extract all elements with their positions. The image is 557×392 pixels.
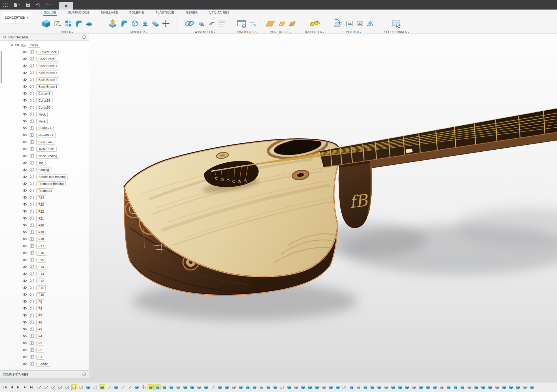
visibility-eye-icon[interactable] (23, 328, 27, 331)
timeline-solid-feature[interactable] (252, 384, 257, 390)
tree-item[interactable]: Neck Binding (0, 153, 89, 159)
tree-item-label[interactable]: F1 (36, 355, 44, 360)
tab-surfacique[interactable]: SURFACIQUE (67, 10, 90, 16)
tree-item[interactable]: F7 (0, 312, 89, 319)
decal-tool-icon[interactable] (346, 20, 353, 27)
visibility-eye-icon[interactable] (23, 196, 27, 199)
visibility-eye-icon[interactable] (23, 154, 27, 157)
visibility-eye-icon[interactable] (23, 120, 27, 123)
timeline-solid-feature[interactable] (224, 384, 230, 390)
tree-item-label[interactable]: Neck (36, 112, 48, 117)
timeline-operation-feature[interactable] (231, 384, 236, 390)
tree-item[interactable]: F4 (0, 333, 89, 340)
tree-item-label[interactable]: Back Brace 3 (36, 70, 59, 75)
timeline-solid-feature[interactable] (390, 384, 396, 390)
tree-item[interactable]: F12 (0, 277, 89, 284)
plane-mid-tool-icon[interactable] (278, 20, 286, 27)
timeline-step-back-button[interactable] (10, 385, 14, 389)
config-insert-tool-icon[interactable] (249, 20, 257, 27)
solid-cube-tool-icon[interactable] (41, 18, 51, 29)
timeline-sketch-feature[interactable] (92, 384, 98, 390)
timeline-play-button[interactable] (16, 385, 21, 389)
tree-item-label[interactable]: F22 (36, 209, 46, 214)
tree-item-label[interactable]: F6 (36, 320, 44, 325)
timeline-solid-feature[interactable] (155, 384, 160, 390)
group-label-configurer[interactable]: CONFIGURER (236, 31, 258, 34)
tree-item-label[interactable]: F7 (36, 313, 44, 318)
tree-item-label[interactable]: F20 (36, 223, 46, 228)
combine-tool-icon[interactable] (152, 20, 159, 27)
select-window-tool-icon[interactable] (392, 18, 402, 29)
measure-tool-icon[interactable] (310, 18, 320, 29)
timeline-solid-feature[interactable] (134, 384, 139, 390)
timeline-operation-feature[interactable] (176, 384, 181, 390)
tree-item[interactable]: F9 (0, 298, 89, 305)
timeline-operation-feature[interactable] (411, 384, 417, 390)
visibility-eye-icon[interactable] (23, 106, 27, 109)
tree-item-label[interactable]: Bass Side (36, 140, 55, 145)
visibility-eye-icon[interactable] (23, 168, 27, 171)
tree-item[interactable]: F21 (0, 215, 89, 222)
timeline-solid-feature[interactable] (508, 384, 514, 390)
timeline-sketch-feature[interactable] (120, 384, 126, 390)
tree-item[interactable]: F5 (0, 326, 89, 333)
tree-item[interactable]: Neck (0, 111, 89, 118)
tree-item[interactable]: F10 (0, 291, 89, 298)
tree-item-label[interactable]: Saddle (36, 362, 50, 367)
tree-item-label[interactable]: HeadBlock (36, 133, 56, 138)
tree-item-label[interactable]: Corps56 (36, 105, 53, 110)
group-label-construire[interactable]: CONSTRUIRE (270, 31, 292, 34)
navigator-scrollbar[interactable] (1, 51, 2, 83)
visibility-eye-icon[interactable] (23, 140, 27, 144)
tree-item[interactable]: F20 (0, 222, 89, 229)
timeline-solid-feature[interactable] (169, 384, 174, 390)
visibility-eye-icon[interactable] (23, 307, 27, 310)
visibility-eye-icon[interactable] (23, 244, 27, 248)
tree-item[interactable]: F1 (0, 354, 89, 361)
home-tab[interactable] (59, 2, 73, 10)
visibility-eye-icon[interactable] (23, 293, 27, 296)
timeline-sketch-feature[interactable] (79, 384, 84, 390)
timeline-solid-feature[interactable] (501, 384, 507, 390)
tree-item[interactable]: Fretboard Binding (0, 180, 89, 187)
save-icon[interactable] (25, 1, 31, 9)
timeline-operation-feature[interactable] (439, 384, 444, 390)
visibility-eye-icon[interactable] (23, 272, 27, 275)
visibility-eye-icon[interactable] (23, 71, 27, 74)
visibility-eye-icon[interactable] (23, 64, 27, 67)
timeline-sketch-feature[interactable] (72, 384, 77, 390)
timeline-solid-feature[interactable] (273, 384, 278, 390)
tree-item[interactable]: Back Brace 4 (0, 62, 89, 69)
visibility-eye-icon[interactable] (23, 258, 27, 261)
timeline-solid-feature[interactable] (432, 384, 437, 390)
tree-item[interactable]: F2 (0, 347, 89, 354)
timeline-solid-feature[interactable] (474, 384, 479, 390)
visibility-eye-icon[interactable] (23, 300, 27, 303)
visibility-eye-icon[interactable] (23, 203, 27, 206)
timeline-solid-feature[interactable] (425, 384, 431, 390)
timeline-solid-feature[interactable] (314, 384, 320, 390)
tree-item[interactable]: Bass Side (0, 139, 89, 146)
timeline-solid-feature[interactable] (363, 384, 368, 390)
tree-item[interactable]: Corps48 (0, 90, 89, 97)
tree-item-label[interactable]: F3 (36, 341, 44, 346)
group-label-assembler[interactable]: ASSEMBLER (195, 31, 215, 34)
mesh-tool-icon[interactable] (366, 20, 374, 27)
tree-item[interactable]: Corps53 (0, 97, 89, 104)
visibility-eye-icon[interactable] (23, 335, 27, 338)
timeline-step-forward-button[interactable] (23, 385, 27, 389)
tree-item[interactable]: Top (0, 159, 89, 166)
app-grid-icon[interactable] (3, 1, 8, 9)
timeline-solid-feature[interactable] (162, 384, 167, 390)
pattern-tool-icon[interactable] (64, 20, 72, 27)
tree-item-label[interactable]: F5 (36, 327, 44, 332)
tree-item[interactable]: Neck (0, 118, 89, 125)
tree-item-label[interactable]: Binding (36, 168, 51, 172)
stack-tool-icon[interactable] (141, 20, 149, 27)
visibility-eye-icon[interactable] (23, 314, 27, 317)
timeline-solid-feature[interactable] (238, 384, 243, 390)
tab-solide[interactable]: SOLIDE (43, 10, 57, 16)
visibility-eye-icon[interactable] (23, 251, 27, 254)
timeline-solid-feature[interactable] (349, 384, 354, 390)
tree-item-label[interactable]: F21 (36, 216, 46, 221)
